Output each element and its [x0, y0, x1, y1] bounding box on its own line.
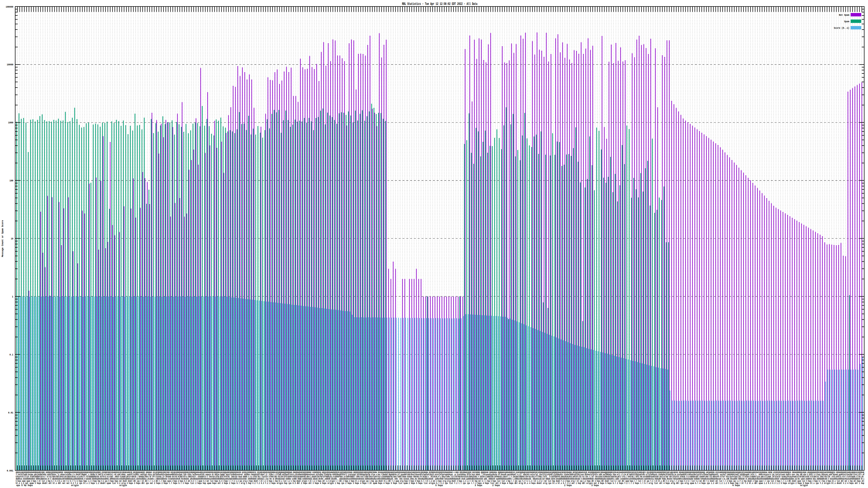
- svg-text:10: 10: [11, 237, 13, 240]
- svg-text:100: 100: [9, 179, 13, 182]
- svg-text:Score (0..1): Score (0..1): [834, 27, 849, 30]
- svg-text:5 hops: 5 hops: [435, 484, 443, 487]
- svg-text:2 hops: 2 hops: [492, 484, 500, 487]
- svg-text:origin: origin: [71, 484, 79, 487]
- svg-text:RBL Statistics - Tue Apr 12 12: RBL Statistics - Tue Apr 12 12:58:02 EDT…: [402, 2, 477, 6]
- svg-text:0.001: 0.001: [7, 469, 13, 472]
- svg-text:ops 5 h@ hops: ops 5 h@ hops: [16, 484, 33, 487]
- svg-text:2 hops: 2 hops: [564, 484, 572, 487]
- svg-text:0.01: 0.01: [8, 411, 13, 414]
- svg-text:100000: 100000: [6, 5, 13, 8]
- svg-text:Spam: Spam: [844, 20, 849, 23]
- svg-text:1000: 1000: [8, 121, 13, 124]
- svg-text:Not Spam: Not Spam: [839, 13, 849, 17]
- svg-text:4 hops: 4 hops: [733, 484, 740, 487]
- svg-text:origin: origin: [800, 484, 808, 487]
- svg-text:0.1: 0.1: [9, 353, 13, 356]
- svg-text:3 hops: 3 hops: [591, 484, 599, 487]
- svg-text:origin: origin: [119, 484, 127, 487]
- svg-text:Message Count or Spam Score: Message Count or Spam Score: [1, 220, 4, 257]
- svg-text:10000: 10000: [7, 63, 13, 66]
- svg-text:1: 1: [12, 295, 13, 298]
- svg-text:3 hops: 3 hops: [475, 484, 482, 487]
